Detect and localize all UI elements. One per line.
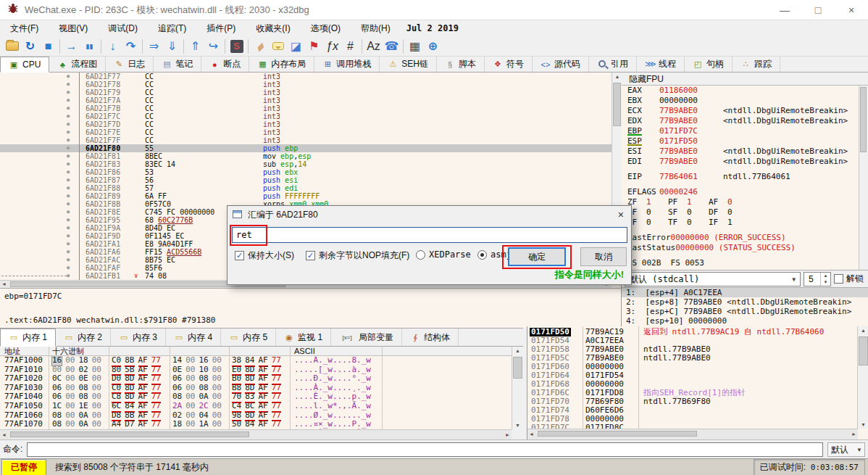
step-into-icon[interactable]: ↓ [104,38,122,55]
close-button[interactable]: × [835,0,868,20]
breakpoint-dot-icon[interactable]: ● [67,168,70,176]
breakpoint-dot-icon[interactable]: ● [67,216,70,224]
tab-threads[interactable]: ⋙线程 [637,57,685,72]
scroll-left-icon[interactable]: ◄ [529,431,534,437]
tab-memory-3[interactable]: ▭内存 3 [111,329,166,346]
breakpoint-dot-icon[interactable]: ● [67,256,70,264]
breakpoint-dot-icon[interactable]: ● [67,160,70,168]
run-icon[interactable]: → [62,38,80,55]
xedparse-radio[interactable]: XEDParse [416,249,471,260]
tab-cpu[interactable]: ▣CPU [0,57,49,73]
breakpoint-gutter[interactable]: ● [0,272,80,280]
breakpoint-dot-icon[interactable]: ● [67,232,70,240]
disasm-row[interactable]: ●6AD21F8653push ebx [0,168,612,176]
scroll-right-icon[interactable]: ► [851,431,856,437]
menu-item-7[interactable]: 帮助(H) [351,20,401,36]
breakpoint-gutter[interactable]: ● [0,208,80,216]
memory-row[interactable]: 77AF103006000800C08DAF7706000800B88DAF77… [0,384,512,393]
calculator-icon[interactable]: ▦ [406,38,424,55]
argument-row[interactable]: 4: [esp+10] 00000000 [622,316,868,326]
argument-row[interactable]: 3: [esp+C] 77B9ABE0 <ntdll.DbgUiRemoteBr… [622,307,868,316]
breakpoint-gutter[interactable]: ● [0,256,80,264]
breakpoint-gutter[interactable]: ● [0,144,80,152]
step-out-icon[interactable]: ⇓ [163,38,181,55]
command-input[interactable] [27,442,823,457]
stack-row[interactable]: 0171FD7C0171FD8C [527,424,858,429]
disasm-row[interactable]: ●6AD21F7DCCint3 [0,120,612,128]
breakpoint-dot-icon[interactable]: ● [67,136,70,144]
globe-icon[interactable]: ⊕ [424,38,442,55]
scroll-up-icon[interactable]: ▲ [512,348,523,353]
argument-row[interactable]: 1: [esp+4] A0C17EEA [622,288,868,297]
breakpoint-dot-icon[interactable]: ● [67,120,70,128]
breakpoint-gutter[interactable]: ● [0,120,80,128]
memory-row[interactable]: 77AF100016001800C08BAF77140016003884AF77… [0,356,512,365]
breakpoint-dot-icon[interactable]: ● [67,73,70,80]
scroll-up-icon[interactable]: ▲ [612,74,622,79]
scroll-thumb[interactable] [613,83,621,126]
tab-watch-1[interactable]: ◉监视 1 [276,329,331,346]
tab-struct[interactable]: ∮结构体 [402,329,459,346]
stack-row[interactable]: 0171FD7077B69F80ntdll.77B69F80 [527,397,858,406]
breakpoint-dot-icon[interactable]: ● [67,184,70,192]
disasm-row[interactable]: ●6AD21F8055push ebp [0,144,612,152]
breakpoint-gutter[interactable]: ● [0,73,80,80]
breakpoint-dot-icon[interactable]: ● [67,176,70,184]
maximize-button[interactable]: □ [801,0,835,20]
tab-memory-map[interactable]: ▦内存布局 [249,57,314,72]
device-icon[interactable]: ☎ [383,38,401,55]
breakpoint-dot-icon[interactable]: ● [67,200,70,208]
tab-memory-5[interactable]: ▭内存 5 [221,329,276,346]
step-over-icon[interactable]: ↷ [122,38,140,55]
hide-fpu-button[interactable]: 隐藏FPU [622,73,868,86]
breakpoint-dot-icon[interactable]: ● [67,80,70,88]
hash-icon[interactable]: # [341,38,359,55]
disasm-row[interactable]: ●6AD21F818BECmov ebp,esp [0,152,612,160]
breakpoint-gutter[interactable]: ● [0,104,80,112]
breakpoint-dot-icon[interactable]: ● [67,240,70,248]
disasm-row[interactable]: ●6AD21F78CCint3 [0,80,612,88]
register-row[interactable]: LastError00000000 (ERROR_SUCCESS) [622,233,868,243]
unlock-checkbox[interactable]: 解锁 [834,273,865,285]
breakpoint-gutter[interactable]: ● [0,128,80,136]
register-row[interactable]: EIP77B64061ntdll.77B64061 [622,172,868,182]
tab-notes[interactable]: ▤笔记 [154,57,201,72]
scylla-icon[interactable]: S [228,38,246,55]
open-file-icon[interactable] [3,38,21,55]
breakpoint-gutter[interactable]: ● [0,224,80,232]
register-row[interactable]: ESP0171FD50 [622,136,868,146]
register-row[interactable]: EDX77B9ABE0<ntdll.DbgUiRemoteBreakin> [622,116,868,126]
bookmark-icon[interactable]: ⚑ [305,38,323,55]
breakpoint-dot-icon[interactable]: ● [67,208,70,216]
scroll-right-icon[interactable]: ► [505,432,510,437]
argument-row[interactable]: 2: [esp+8] 77B9ABE0 <ntdll.DbgUiRemoteBr… [622,297,868,307]
breakpoint-dot-icon[interactable]: ● [67,96,70,104]
memory-row[interactable]: 77AF10200C000E00D08DAF7706000800B08DAF77… [0,374,512,384]
breakpoint-gutter[interactable]: ● [0,168,80,176]
memory-row[interactable]: 77AF10501C001E006C84AF772A002C00C48CAF77… [0,402,512,411]
register-row[interactable]: EBX00000000 [622,96,868,106]
disasm-row[interactable]: ●6AD21F7FCCint3 [0,136,612,144]
stack-vscrollbar[interactable]: ▲ ▼ [857,326,868,429]
spinner-arrows-icon[interactable]: ▲▼ [820,273,830,286]
dialog-titlebar[interactable]: 汇编于 6AD21F80 × [228,206,631,223]
breakpoint-gutter[interactable]: ● [0,248,80,256]
breakpoint-gutter[interactable]: ● [0,200,80,208]
menu-item-4[interactable]: 插件(P) [196,20,246,36]
register-row[interactable]: EDI77B9ABE0<ntdll.DbgUiRemoteBreakin> [622,157,868,167]
stack-row[interactable]: 0171FD6000000000 [527,363,858,371]
breakpoint-gutter[interactable]: ● [0,216,80,224]
stack-row[interactable]: 0171FD5C77B9ABE0ntdll.77B9ABE0 [527,354,858,363]
stack-rows[interactable]: 0171FD5077B9AC19返回到 ntdll.77B9AC19 自 ntd… [527,328,858,429]
menu-item-2[interactable]: 调试(D) [98,20,148,36]
flags-row[interactable]: CF0TF0IF1 [622,218,868,228]
argument-count-stepper[interactable]: 5▲▼ [804,272,831,286]
tab-memory-4[interactable]: ▭内存 4 [166,329,221,346]
tab-call-stack[interactable]: ⊞调用堆栈 [314,57,380,72]
disasm-row[interactable]: ●6AD21F7ECCint3 [0,128,612,136]
breakpoint-dot-icon[interactable]: ● [67,128,70,136]
flags-row[interactable]: OF0SF0DF0 [622,207,868,218]
tab-memory-2[interactable]: ▭内存 2 [56,329,111,346]
disasm-row[interactable]: ●6AD21F8857push edi [0,184,612,192]
disasm-row[interactable]: ●6AD21F7BCCint3 [0,104,612,112]
